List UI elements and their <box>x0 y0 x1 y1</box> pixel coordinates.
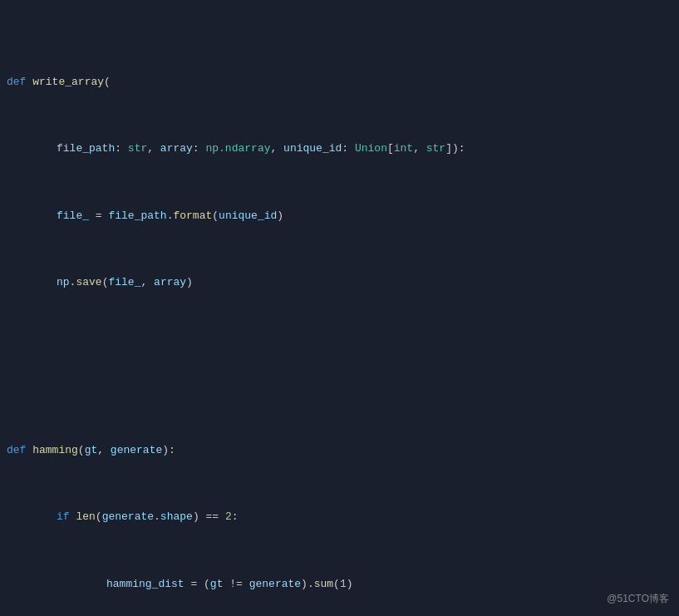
code-line-8: hamming_dist = (gt != generate).sum(1) <box>0 576 679 593</box>
code-line-2: file_path: str, array: np.ndarray, uniqu… <box>0 140 679 157</box>
code-line-3: file_ = file_path.format(unique_id) <box>0 208 679 224</box>
code-line-5 <box>0 358 679 375</box>
code-line-6: def hamming(gt, generate): <box>0 442 679 459</box>
code-line-7: if len(generate.shape) == 2: <box>0 509 679 525</box>
watermark: @51CTO博客 <box>607 592 669 606</box>
code-editor: def write_array( file_path: str, array: … <box>0 0 679 616</box>
code-line-4: np.save(file_, array) <box>0 274 679 291</box>
code-line-1: def write_array( <box>0 74 679 91</box>
